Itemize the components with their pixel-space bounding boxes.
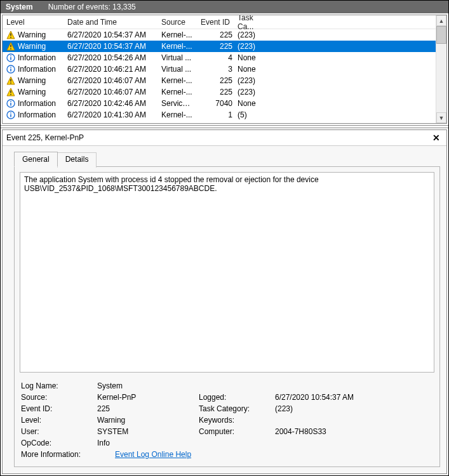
event-rows: Warning6/27/2020 10:54:37 AMKernel-...22… <box>3 29 436 121</box>
cell-level: Warning <box>18 76 46 85</box>
cell-level: Information <box>18 99 56 108</box>
column-date[interactable]: Date and Time <box>64 15 157 29</box>
cell-event-id: 7040 <box>197 99 235 108</box>
cell-task: (223) <box>235 42 268 51</box>
cell-level: Warning <box>18 42 46 51</box>
info-icon <box>6 99 15 108</box>
tab-general[interactable]: General <box>14 152 58 167</box>
info-icon <box>6 65 15 74</box>
cell-task: (5) <box>235 110 268 119</box>
label-opcode: OpCode: <box>21 439 97 447</box>
value-task-category: (223) <box>275 404 293 413</box>
vertical-scrollbar[interactable]: ▲ ▼ <box>436 15 446 123</box>
table-row[interactable]: Warning6/27/2020 10:46:07 AMKernel-...22… <box>3 75 436 86</box>
table-row[interactable]: Information6/27/2020 10:41:30 AMKernel-.… <box>3 109 436 121</box>
value-log-name: System <box>97 381 199 390</box>
cell-source: Virtual ... <box>159 65 197 74</box>
table-row[interactable]: Warning6/27/2020 10:46:07 AMKernel-...22… <box>3 86 436 98</box>
warning-icon <box>6 76 15 85</box>
cell-event-id: 1 <box>197 110 235 119</box>
detail-title-bar: Event 225, Kernel-PnP ✕ <box>3 130 446 146</box>
value-level: Warning <box>97 416 199 425</box>
table-row[interactable]: Information6/27/2020 10:46:21 AMVirtual … <box>3 63 436 75</box>
cell-source: Kernel-... <box>159 88 197 96</box>
link-online-help[interactable]: Event Log Online Help <box>115 450 191 459</box>
cell-level: Warning <box>18 88 46 96</box>
info-icon <box>6 53 15 62</box>
cell-level: Information <box>18 53 56 62</box>
cell-event-id: 4 <box>197 53 235 62</box>
cell-task: None <box>235 65 268 74</box>
cell-event-id: 3 <box>197 65 235 74</box>
cell-task: (223) <box>235 30 268 39</box>
value-source: Kernel-PnP <box>97 393 199 402</box>
cell-level: Information <box>18 65 56 74</box>
label-log-name: Log Name: <box>21 381 97 390</box>
cell-level: Information <box>18 110 56 119</box>
table-row[interactable]: Warning6/27/2020 10:54:37 AMKernel-...22… <box>3 41 436 52</box>
value-computer: 2004-7H80S33 <box>275 427 326 436</box>
column-level[interactable]: Level <box>3 15 64 29</box>
detail-title: Event 225, Kernel-PnP <box>6 133 430 142</box>
cell-date: 6/27/2020 10:41:30 AM <box>65 110 159 119</box>
header-count: Number of events: 13,335 <box>48 3 136 11</box>
value-user: SYSTEM <box>97 427 199 436</box>
cell-date: 6/27/2020 10:46:07 AM <box>65 76 159 85</box>
cell-task: None <box>235 99 268 108</box>
label-user: User: <box>21 427 97 436</box>
cell-date: 6/27/2020 10:54:37 AM <box>65 30 159 39</box>
label-level: Level: <box>21 416 97 425</box>
cell-task: (223) <box>235 88 268 96</box>
label-source: Source: <box>21 393 97 402</box>
event-list-pane: Level Date and Time Source Event ID Task… <box>2 15 447 124</box>
table-row[interactable]: Information6/27/2020 10:42:46 AMService … <box>3 98 436 109</box>
event-properties: Log Name: System Source: Kernel-PnP Logg… <box>21 381 433 461</box>
label-computer: Computer: <box>199 427 275 436</box>
cell-event-id: 225 <box>197 30 235 39</box>
warning-icon <box>6 30 15 39</box>
header-title: System <box>6 3 33 11</box>
cell-source: Virtual ... <box>159 53 197 62</box>
cell-source: Kernel-... <box>159 110 197 119</box>
cell-source: Kernel-... <box>159 42 197 51</box>
event-message[interactable]: The application System with process id 4… <box>20 172 434 373</box>
cell-source: Kernel-... <box>159 76 197 85</box>
cell-date: 6/27/2020 10:54:26 AM <box>65 53 159 62</box>
value-logged: 6/27/2020 10:54:37 AM <box>275 393 354 402</box>
cell-date: 6/27/2020 10:42:46 AM <box>65 99 159 108</box>
cell-source: Kernel-... <box>159 30 197 39</box>
splitter[interactable] <box>1 125 448 128</box>
label-more-info: More Information: <box>21 450 115 459</box>
cell-task: (223) <box>235 76 268 85</box>
close-icon[interactable]: ✕ <box>430 133 443 143</box>
column-source[interactable]: Source <box>157 15 196 29</box>
column-task[interactable]: Task Ca... <box>234 15 267 29</box>
cell-date: 6/27/2020 10:46:21 AM <box>65 65 159 74</box>
table-row[interactable]: Warning6/27/2020 10:54:37 AMKernel-...22… <box>3 29 436 41</box>
tabs: General Details <box>14 151 440 166</box>
detail-pane: Event 225, Kernel-PnP ✕ General Details … <box>2 129 447 474</box>
tab-details[interactable]: Details <box>57 152 97 168</box>
label-keywords: Keywords: <box>199 416 275 425</box>
value-event-id: 225 <box>97 404 199 413</box>
cell-event-id: 225 <box>197 88 235 96</box>
cell-task: None <box>235 53 268 62</box>
label-logged: Logged: <box>199 393 275 402</box>
warning-icon <box>6 88 15 96</box>
info-icon <box>6 110 15 119</box>
cell-source: Service ... <box>159 99 197 108</box>
cell-date: 6/27/2020 10:54:37 AM <box>65 42 159 51</box>
column-event-id[interactable]: Event ID <box>196 15 234 29</box>
cell-event-id: 225 <box>197 42 235 51</box>
cell-date: 6/27/2020 10:46:07 AM <box>65 88 159 96</box>
tab-general-body: The application System with process id 4… <box>14 166 440 467</box>
warning-icon <box>6 42 15 51</box>
table-row[interactable]: Information6/27/2020 10:54:26 AMVirtual … <box>3 52 436 63</box>
scroll-up-arrow[interactable]: ▲ <box>436 15 446 26</box>
label-task-category: Task Category: <box>199 404 275 413</box>
cell-level: Warning <box>18 30 46 39</box>
column-headers: Level Date and Time Source Event ID Task… <box>3 15 436 29</box>
value-opcode: Info <box>97 439 199 447</box>
scroll-down-arrow[interactable]: ▼ <box>436 112 446 123</box>
label-event-id: Event ID: <box>21 404 97 413</box>
